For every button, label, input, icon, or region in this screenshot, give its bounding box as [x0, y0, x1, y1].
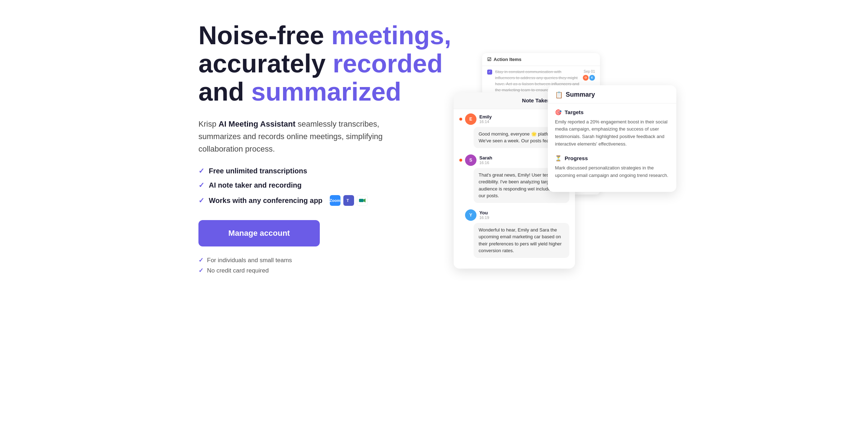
assignee-e: E	[589, 75, 595, 81]
left-column: Noise-free meetings, accurately recorded…	[198, 21, 454, 277]
action-assignees-1: O E	[583, 75, 595, 81]
feature-item-1: ✓ Free unlimited transcriptions	[198, 167, 454, 175]
bottom-check-2: ✓	[198, 267, 203, 274]
action-checkbox-1	[487, 70, 492, 75]
feature-item-3: ✓ Works with any conferencing app Zoom T	[198, 195, 454, 206]
feature-label-3: Works with any conferencing app	[209, 197, 323, 205]
progress-text: Mark discussed personalization strategie…	[555, 164, 669, 179]
headline-text1: Noise-free	[198, 21, 331, 50]
msg-meta-you: You 16:19	[479, 210, 489, 220]
action-header-title: Action Items	[494, 57, 521, 62]
targets-text: Emily reported a 20% engagement boost in…	[555, 118, 669, 148]
svg-text:T: T	[347, 198, 349, 203]
summary-header: 📋 Summary	[548, 85, 676, 103]
dot-emily	[459, 118, 462, 121]
headline-accent1: meetings,	[331, 21, 451, 50]
hero-section: Noise-free meetings, accurately recorded…	[177, 0, 691, 299]
note-taker-label: Note Taker	[522, 97, 549, 103]
svg-rect-2	[359, 199, 363, 202]
summary-body: 🎯 Targets Emily reported a 20% engagemen…	[548, 103, 676, 192]
assignee-o: O	[583, 75, 589, 81]
msg-time-sarah: 16:16	[479, 161, 492, 165]
subtitle-bold: AI Meeting Assistant	[218, 119, 296, 128]
bottom-note-2: ✓ No credit card required	[198, 267, 454, 274]
summary-section-title-progress: ⏳ Progress	[555, 155, 669, 162]
headline-accent2: recorded	[333, 49, 443, 78]
headline-accent3: summarized	[251, 77, 401, 106]
svg-marker-3	[363, 199, 365, 203]
msg-meta-emily: Emily 16:14	[479, 114, 492, 124]
bottom-note-label-2: No credit card required	[207, 267, 269, 274]
headline-text3: and	[198, 77, 251, 106]
summary-section-title-targets: 🎯 Targets	[555, 109, 669, 116]
msg-name-sarah: Sarah	[479, 155, 492, 161]
app-icons: Zoom T	[330, 195, 368, 206]
progress-label: Progress	[565, 155, 588, 161]
progress-icon: ⏳	[555, 155, 562, 162]
avatar-you: Y	[465, 209, 476, 221]
msg-name-emily: Emily	[479, 114, 492, 119]
summary-title: Summary	[566, 91, 595, 98]
headline: Noise-free meetings, accurately recorded…	[198, 21, 454, 106]
feature-item-2: ✓ AI note taker and recording	[198, 181, 454, 189]
avatar-emily: E	[465, 113, 476, 125]
dot-you	[459, 214, 462, 217]
msg-meta-sarah: Sarah 16:16	[479, 155, 492, 165]
action-header: ☑ Action Items	[482, 53, 600, 66]
dot-sarah	[459, 159, 462, 162]
summary-icon: 📋	[555, 91, 563, 99]
summary-section-targets: 🎯 Targets Emily reported a 20% engagemen…	[555, 109, 669, 148]
feature-label-2: AI note taker and recording	[209, 181, 302, 189]
msg-header-you: Y You 16:19	[459, 209, 569, 221]
avatar-sarah: S	[465, 154, 476, 166]
feature-label-1: Free unlimited transcriptions	[209, 167, 307, 175]
targets-icon: 🎯	[555, 109, 562, 116]
zoom-icon: Zoom	[330, 195, 340, 206]
msg-bubble-you: Wonderful to hear, Emily and Sara the up…	[474, 223, 569, 258]
bottom-notes: ✓ For individuals and small teams ✓ No c…	[198, 256, 454, 274]
action-date-1: Sep 01	[584, 69, 595, 74]
check-icon-2: ✓	[198, 181, 205, 189]
features-list: ✓ Free unlimited transcriptions ✓ AI not…	[198, 167, 454, 206]
bottom-check-1: ✓	[198, 256, 203, 264]
bottom-note-1: ✓ For individuals and small teams	[198, 256, 454, 264]
check-icon-3: ✓	[198, 196, 205, 205]
summary-section-progress: ⏳ Progress Mark discussed personalizatio…	[555, 155, 669, 179]
right-column: ☑ Action Items Stay in constant communic…	[454, 64, 676, 235]
teams-icon: T	[343, 195, 354, 206]
subtitle-plain: Krisp	[198, 119, 218, 128]
headline-text2: accurately	[198, 49, 333, 78]
subtitle: Krisp AI Meeting Assistant seamlessly tr…	[198, 118, 413, 156]
msg-time-emily: 16:14	[479, 119, 492, 124]
msg-time-you: 16:19	[479, 215, 489, 220]
meet-icon	[357, 195, 368, 206]
bottom-note-label-1: For individuals and small teams	[207, 257, 292, 264]
action-meta-1: Sep 01 O E	[583, 69, 595, 81]
targets-label: Targets	[565, 109, 584, 115]
check-icon-1: ✓	[198, 167, 205, 175]
action-header-icon: ☑	[487, 57, 491, 62]
chat-message-you: Y You 16:19 Wonderful to hear, Emily and…	[459, 209, 569, 258]
summary-panel: 📋 Summary 🎯 Targets Emily reported a 20%…	[548, 85, 676, 192]
mockup-container: ☑ Action Items Stay in constant communic…	[454, 64, 676, 235]
msg-name-you: You	[479, 210, 489, 215]
manage-account-button[interactable]: Manage account	[198, 220, 320, 246]
